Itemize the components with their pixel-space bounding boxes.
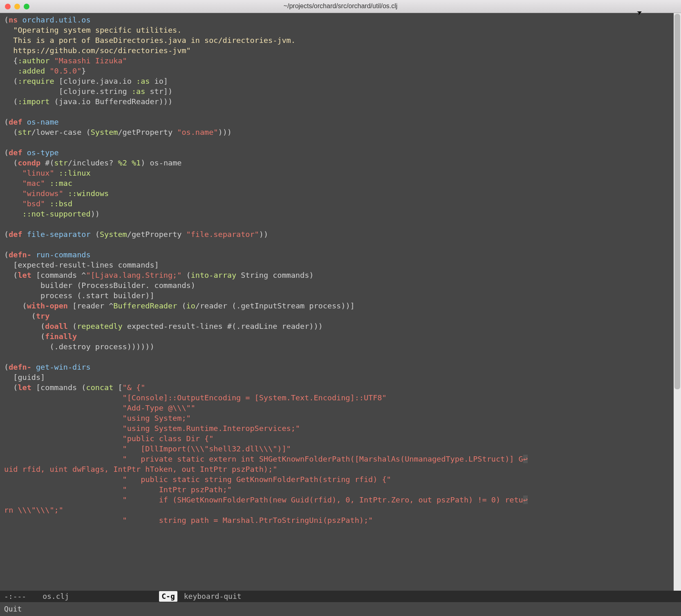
- command-name: keyboard-quit: [184, 591, 242, 601]
- modeline[interactable]: -:--- os.clj C-g keyboard-quit: [0, 591, 681, 602]
- scrollbar-thumb[interactable]: [674, 14, 680, 389]
- close-icon[interactable]: [5, 4, 11, 9]
- zoom-icon[interactable]: [24, 4, 29, 9]
- titlebar[interactable]: ~/projects/orchard/src/orchard/util/os.c…: [0, 0, 681, 13]
- minibuffer-text: Quit: [4, 605, 22, 613]
- minimize-icon[interactable]: [14, 4, 20, 9]
- modeline-status: -:---: [4, 591, 26, 601]
- code-buffer[interactable]: (ns orchard.util.os "Operating system sp…: [0, 13, 674, 591]
- minibuffer[interactable]: Quit: [0, 602, 681, 616]
- scrollbar[interactable]: [674, 13, 681, 591]
- key-hint: C-g: [159, 591, 177, 601]
- modeline-file: os.clj: [43, 591, 69, 601]
- window-title: ~/projects/orchard/src/orchard/util/os.c…: [5, 2, 676, 11]
- editor-pane: (ns orchard.util.os "Operating system sp…: [0, 13, 681, 591]
- traffic-lights: [5, 4, 29, 9]
- editor-window: ~/projects/orchard/src/orchard/util/os.c…: [0, 0, 681, 616]
